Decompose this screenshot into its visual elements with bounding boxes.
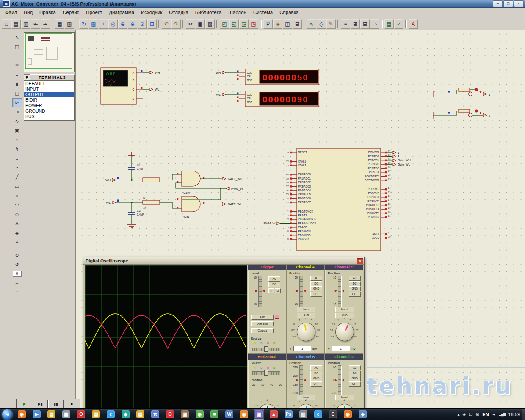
taskbar-internet-explorer-2[interactable]: e — [313, 409, 323, 420]
mirror-vertical-button[interactable]: ↕ — [12, 287, 22, 296]
taskbar-app-gray[interactable]: ▦ — [61, 409, 72, 420]
virtual-instruments-mode-button[interactable]: ◔ — [12, 163, 22, 172]
taskbar-app-teal[interactable]: ◆ — [120, 409, 131, 420]
taskbar-app-pi[interactable]: π — [150, 409, 160, 420]
text-script-mode-button[interactable]: ≡ — [12, 70, 22, 79]
taskbar-app-red[interactable]: ▲ — [268, 409, 279, 420]
electrical-rule-check-button[interactable]: ✓ — [394, 19, 403, 29]
coupling-dc-button[interactable]: DC — [310, 371, 322, 376]
pick-device-button[interactable]: P — [24, 74, 30, 80]
generator-mode-button[interactable]: ∼ — [12, 135, 22, 144]
source-c[interactable]: C — [267, 366, 269, 370]
2d-text-mode-button[interactable]: A — [12, 219, 22, 228]
taskbar-opera-1[interactable]: O — [76, 409, 86, 420]
schematic-overview-preview[interactable] — [24, 32, 75, 72]
source-d[interactable]: D — [273, 366, 275, 370]
taskbar-internet-explorer-1[interactable]: e — [105, 409, 116, 420]
step-button[interactable]: ▶▮ — [33, 400, 48, 408]
slider-thumb[interactable] — [264, 370, 268, 376]
menu-project[interactable]: Проект — [83, 8, 105, 17]
coupling-dc-button[interactable]: DC — [349, 371, 361, 376]
menu-debug[interactable]: Отладка — [166, 8, 191, 17]
coupling-gnd-button[interactable]: GND — [310, 376, 322, 381]
close-icon[interactable]: × — [357, 258, 363, 264]
taskbar-media-player[interactable]: ◉ — [17, 409, 27, 420]
close-button[interactable]: × — [514, 0, 524, 7]
property-assignment-button[interactable]: ✎ — [326, 19, 336, 29]
source-d[interactable]: D — [273, 341, 275, 345]
volume-icon[interactable]: ◄ — [492, 412, 496, 417]
update-icon[interactable]: ◉ — [476, 412, 480, 417]
taskbar-app-slate[interactable]: ▥ — [298, 409, 309, 420]
terminal-type-power[interactable]: POWER — [24, 103, 74, 108]
make-device-button[interactable]: ◈ — [273, 19, 282, 29]
clock[interactable]: 16:59 — [508, 412, 520, 417]
hidden-icons-arrow[interactable]: ▴ — [457, 412, 459, 417]
mirror-horizontal-button[interactable]: ↔ — [12, 278, 22, 287]
2d-path-mode-button[interactable]: ◇ — [12, 210, 22, 219]
cursors-button[interactable]: Cursors — [251, 328, 274, 333]
block-move-button[interactable]: ◱ — [229, 19, 239, 29]
invert-button[interactable]: Invert — [297, 307, 315, 312]
taskbar-media-player-2[interactable]: ◉ — [343, 409, 353, 420]
device-pin-mode-button[interactable]: ⊸ — [12, 108, 22, 116]
design-explorer-button[interactable]: ≡ — [341, 19, 350, 29]
toggle-grid-button[interactable]: ▩ — [89, 19, 98, 29]
mark-output-area-button[interactable]: ▧ — [65, 19, 74, 29]
netlist-to-ares-button[interactable]: A — [409, 19, 418, 29]
maximize-button[interactable]: □ — [503, 0, 513, 7]
edge-falling-button[interactable]: ⊔ — [275, 288, 281, 293]
stop-button[interactable]: ■ — [64, 400, 79, 408]
gain-knob[interactable] — [335, 323, 354, 341]
pause-button[interactable]: ▮▮ — [48, 400, 64, 408]
net-gate-wh-terminal[interactable]: GATE_WH — [200, 177, 242, 181]
pulse-counter-2[interactable]: WL 00000090 CLK CE RST — [216, 91, 319, 107]
new-sheet-button[interactable]: ⊞ — [351, 19, 360, 29]
zoom-in-button[interactable]: ⊕ — [118, 19, 127, 29]
input-filter-wl[interactable]: WL C2 0.4uF R1 1k — [106, 196, 182, 228]
wire-label-mode-button[interactable]: LBL — [12, 61, 22, 70]
coupling-off-button[interactable]: OFF — [310, 292, 322, 297]
taskbar-firefox[interactable]: ◉ — [239, 409, 249, 420]
rotation-angle-input[interactable]: 0 — [13, 271, 22, 277]
copy-button[interactable]: ▣ — [196, 19, 205, 29]
terminal-type-bus[interactable]: BUS — [24, 114, 74, 119]
position-slider[interactable] — [299, 365, 303, 396]
packaging-tool-button[interactable]: ◫ — [283, 19, 292, 29]
start-button[interactable]: ⊞ — [2, 409, 12, 420]
menu-help[interactable]: Справка — [276, 8, 302, 17]
net-wl-source-terminal[interactable]: WL — [143, 88, 160, 91]
menu-system[interactable]: Система — [250, 8, 276, 17]
coupling-ac-button[interactable]: AC — [310, 365, 322, 370]
coupling-dc-button[interactable]: DC — [349, 281, 361, 286]
zoom-all-button[interactable]: ⊙ — [138, 19, 147, 29]
bill-of-materials-button[interactable]: ▤ — [384, 19, 394, 29]
minimize-button[interactable]: – — [493, 0, 503, 7]
save-design-button[interactable]: ▥ — [21, 19, 30, 29]
export-section-button[interactable]: ⇥ — [41, 19, 50, 29]
taskbar-chrome[interactable]: ◉ — [194, 409, 205, 420]
coupling-ac-button[interactable]: AC — [310, 276, 322, 281]
oscilloscope-probe-component[interactable]: A B C D — [101, 68, 143, 104]
2d-box-mode-button[interactable]: ▭ — [12, 182, 22, 191]
show-desktop-button[interactable] — [522, 409, 525, 420]
taskbar-app-green[interactable]: ■ — [209, 409, 220, 420]
trigger-dc-button[interactable]: DC — [268, 282, 280, 287]
mcu-atmega-component[interactable]: 9RESET13XTAL112XTAL240PA0/ADC039PA1/ADC1… — [263, 148, 410, 251]
source-c[interactable]: C — [267, 341, 269, 345]
block-rotate-button[interactable]: ◲ — [239, 19, 249, 29]
digital-oscilloscope-window[interactable]: Digital Oscilloscope × TriggerLevel-1001… — [83, 257, 365, 409]
gain-knob[interactable] — [297, 323, 315, 341]
source-a[interactable]: A — [254, 341, 256, 345]
new-design-button[interactable]: □ — [2, 19, 11, 29]
taskbar-folder-1[interactable]: ▤ — [46, 409, 57, 420]
menu-edit[interactable]: Правка — [36, 8, 59, 17]
graph-mode-button[interactable]: ∿ — [12, 117, 22, 126]
taskbar-folder-2[interactable]: ▤ — [91, 409, 101, 420]
schematic-editor-canvas[interactable]: A B C D WH — [75, 30, 525, 409]
position-slider[interactable] — [299, 276, 303, 307]
coupling-off-button[interactable]: OFF — [349, 292, 361, 297]
redraw-button[interactable]: ↻ — [79, 19, 88, 29]
remove-sheet-button[interactable]: ⊟ — [360, 19, 370, 29]
terminal-type-input[interactable]: INPUT — [24, 86, 74, 92]
